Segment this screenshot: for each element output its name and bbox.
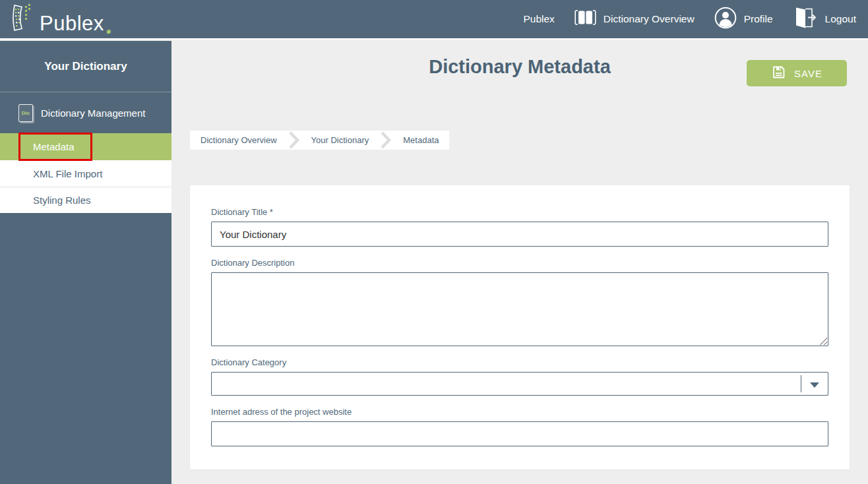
- save-button[interactable]: SAVE: [747, 60, 847, 86]
- main-content: Dictionary Metadata SAVE Dictionary Over…: [171, 41, 868, 484]
- breadcrumb-your-dictionary[interactable]: Your Dictionary: [301, 135, 380, 145]
- sidebar-dictionary-title: Your Dictionary: [0, 41, 171, 92]
- app-logo[interactable]: Publex: [9, 2, 111, 36]
- logout-icon: [793, 7, 818, 32]
- sidebar-metadata-label: Metadata: [33, 141, 75, 152]
- logo-green-mark-icon: [107, 30, 111, 34]
- sidebar-styling-rules-label: Styling Rules: [33, 195, 91, 206]
- sidebar-item-metadata[interactable]: Metadata: [0, 133, 171, 160]
- sidebar-item-styling-rules[interactable]: Styling Rules: [0, 187, 171, 213]
- dic-document-icon: Dic: [18, 104, 33, 122]
- sidebar-xml-import-label: XML File Import: [33, 168, 102, 179]
- sidebar: Your Dictionary Dic Dictionary Managemen…: [0, 41, 171, 484]
- dictionary-title-label: Dictionary Title *: [211, 207, 828, 217]
- breadcrumb-dictionary-overview[interactable]: Dictionary Overview: [190, 135, 288, 145]
- dictionary-category-select[interactable]: [211, 372, 828, 396]
- navbar-links: Publex Dictionary Overview: [523, 7, 859, 32]
- save-floppy-icon: [771, 65, 786, 82]
- top-navbar: Publex Publex Dictionary Overview: [0, 0, 868, 40]
- select-dropdown-icon: [810, 382, 819, 388]
- nav-item-dictionary-overview[interactable]: Dictionary Overview: [574, 9, 695, 29]
- nav-item-profile[interactable]: Profile: [714, 7, 773, 32]
- select-divider: [801, 375, 801, 392]
- breadcrumb: Dictionary Overview Your Dictionary Meta…: [190, 131, 449, 150]
- website-address-label: Internet adress of the project website: [211, 407, 828, 417]
- sidebar-management-label: Dictionary Management: [41, 107, 145, 119]
- nav-profile-label: Profile: [744, 13, 773, 25]
- logo-text: Publex: [40, 13, 104, 36]
- nav-logout-label: Logout: [825, 13, 856, 25]
- sidebar-item-dictionary-management[interactable]: Dic Dictionary Management: [0, 92, 171, 133]
- field-website-address: Internet adress of the project website: [211, 407, 828, 446]
- breadcrumb-metadata[interactable]: Metadata: [392, 135, 449, 145]
- nav-item-publex[interactable]: Publex: [523, 13, 554, 25]
- nav-dictionary-overview-label: Dictionary Overview: [604, 13, 695, 25]
- profile-icon: [714, 7, 737, 32]
- field-dictionary-title: Dictionary Title *: [211, 207, 828, 247]
- field-dictionary-description: Dictionary Description: [211, 258, 828, 346]
- dictionary-title-input[interactable]: [211, 222, 828, 247]
- open-book-icon: [574, 9, 596, 29]
- website-address-input[interactable]: [211, 421, 828, 446]
- field-dictionary-category: Dictionary Category: [211, 357, 828, 396]
- publex-logo-icon: [9, 2, 37, 36]
- dictionary-description-textarea[interactable]: [211, 272, 828, 346]
- nav-publex-label: Publex: [523, 13, 554, 25]
- breadcrumb-chevron-icon: [288, 131, 301, 150]
- save-button-label: SAVE: [794, 68, 822, 79]
- dictionary-description-label: Dictionary Description: [211, 258, 828, 268]
- nav-item-logout[interactable]: Logout: [793, 7, 856, 32]
- breadcrumb-chevron-icon: [379, 131, 392, 150]
- metadata-form-card: Dictionary Title * Dictionary Descriptio…: [190, 185, 850, 469]
- dictionary-category-label: Dictionary Category: [211, 357, 828, 367]
- sidebar-item-xml-file-import[interactable]: XML File Import: [0, 160, 171, 187]
